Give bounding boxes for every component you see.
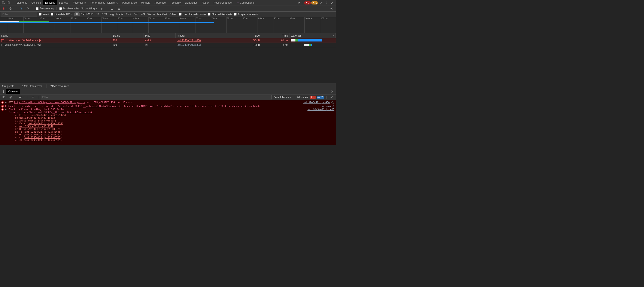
stack-frame[interactable]: at umi.9243e421.js:433:7142 xyxy=(0,125,336,128)
disable-cache-checkbox[interactable]: Disable cache xyxy=(59,7,79,10)
preserve-log-input[interactable] xyxy=(36,7,38,10)
type-filter-js[interactable]: JS xyxy=(95,12,100,16)
stack-link[interactable]: umi.9243e421.js:431:1025 xyxy=(30,114,65,117)
log-levels-select[interactable]: Default levels ▼ xyxy=(274,96,292,99)
tab-components[interactable]: ⚛ Components xyxy=(235,0,256,5)
col-status[interactable]: Status xyxy=(111,33,144,38)
disclosure-icon[interactable]: ▶ xyxy=(5,108,7,111)
tab-recorder[interactable]: Recorder ⚗ xyxy=(70,0,88,5)
stack-link[interactable]: umi.9243e421.js:425:40797 xyxy=(25,133,60,136)
console-filter-input[interactable] xyxy=(41,95,272,99)
type-filter-other[interactable]: Other xyxy=(168,12,177,16)
type-filter-doc[interactable]: Doc xyxy=(132,12,140,16)
hide-data-urls-input[interactable] xyxy=(51,13,53,16)
tab-performance[interactable]: Performance xyxy=(120,0,139,5)
disclosure-icon[interactable]: ▶ xyxy=(5,101,7,104)
network-filter-input[interactable] xyxy=(1,12,37,16)
stack-frame[interactable]: at umi.9243e421.js:430:19803 xyxy=(0,117,336,119)
clear-icon[interactable] xyxy=(8,6,13,11)
console-link[interactable]: http://localhost:8000/p__Welcome.146bfa6… xyxy=(14,101,85,104)
filter-toggle-icon[interactable] xyxy=(19,6,24,11)
warning-badge[interactable]: ⚑ 1 xyxy=(311,1,318,4)
context-select[interactable]: top ▼ xyxy=(19,96,25,99)
type-filter-media[interactable]: Media xyxy=(115,12,124,16)
col-initiator[interactable]: Initiator xyxy=(176,33,229,38)
stack-frame[interactable]: at cd (umi.9243e421.js:425:40725) xyxy=(0,136,336,139)
initiator-link[interactable]: umi.9243e421.js:383 xyxy=(177,43,200,46)
drawer-kebab-icon[interactable] xyxy=(1,89,6,94)
tab-performance-insights[interactable]: Performance insights ⚗ xyxy=(88,0,120,5)
col-waterfall[interactable]: Waterfall ▲ xyxy=(290,33,336,38)
drawer-tab-console[interactable]: Console xyxy=(6,89,20,94)
throttling-select[interactable]: No throttling ▼ xyxy=(81,7,98,10)
invert-checkbox[interactable]: Invert xyxy=(39,13,49,16)
console-message-error[interactable]: ✖ ▶ ChunkLoadError: Loading chunk 185 fa… xyxy=(0,108,336,114)
more-tabs-icon[interactable] xyxy=(296,0,302,5)
console-message-error[interactable]: ✖ ▶ GET http://localhost:8000/p__Welcome… xyxy=(0,101,336,105)
stack-link[interactable]: umi.9243e421.js:430:19768 xyxy=(28,122,63,125)
tab-network[interactable]: Network xyxy=(43,0,57,5)
stack-link[interactable]: umi.9243e421.js:425:88072 xyxy=(24,128,59,130)
drawer-close-icon[interactable] xyxy=(330,89,335,94)
tab-sources[interactable]: Sources xyxy=(57,0,70,5)
console-settings-icon[interactable] xyxy=(329,95,334,100)
type-filter-img[interactable]: Img xyxy=(108,12,115,16)
kebab-icon[interactable] xyxy=(324,0,329,5)
initiator-link[interactable]: umi.9243e421.js:430 xyxy=(177,39,200,42)
inspect-icon[interactable] xyxy=(1,0,6,5)
tab-memory[interactable]: Memory xyxy=(139,0,152,5)
device-toggle-icon[interactable] xyxy=(6,0,12,5)
source-link[interactable]: welcome:1 xyxy=(322,105,334,108)
tab-elements[interactable]: Elements xyxy=(14,0,29,5)
blocked-requests-checkbox[interactable]: Blocked Requests xyxy=(208,13,232,16)
type-filter-manifest[interactable]: Manifest xyxy=(156,12,168,16)
console-link[interactable]: http://localhost:8000/p__Welcome.146bfa6… xyxy=(20,111,91,114)
disable-cache-input[interactable] xyxy=(59,7,62,10)
invert-input[interactable] xyxy=(39,13,42,16)
search-icon[interactable] xyxy=(26,6,30,11)
table-row[interactable]: version.json?t=1693720813753200xhrumi.92… xyxy=(0,43,336,47)
third-party-checkbox[interactable]: 3rd-party requests xyxy=(234,13,258,16)
console-sidebar-icon[interactable] xyxy=(1,95,6,100)
stack-frame[interactable]: at N (umi.9243e421.js:425:88072) xyxy=(0,128,336,130)
stack-frame[interactable]: at Fe.f.j (umi.9243e421.js:431:1025) xyxy=(0,114,336,117)
network-settings-icon[interactable] xyxy=(329,6,334,11)
tab-application[interactable]: Application xyxy=(152,0,169,5)
stack-link[interactable]: umi.9243e421.js:425:40579 xyxy=(25,139,60,142)
settings-icon[interactable] xyxy=(318,0,324,5)
type-filter-fetch-xhr[interactable]: Fetch/XHR xyxy=(80,12,95,16)
col-name[interactable]: Name xyxy=(0,33,111,38)
tab-security[interactable]: Security xyxy=(169,0,183,5)
stack-frame[interactable]: at Fe.e (umi.9243e421.js:430:19768) xyxy=(0,122,336,125)
close-icon[interactable] xyxy=(330,0,335,5)
type-filter-wasm[interactable]: Wasm xyxy=(146,12,156,16)
col-time[interactable]: Time xyxy=(261,33,290,38)
type-filter-css[interactable]: CSS xyxy=(100,12,108,16)
type-filter-all[interactable]: All xyxy=(74,12,80,16)
ai-icon[interactable] xyxy=(331,101,334,104)
blocked-cookies-input[interactable] xyxy=(179,13,182,16)
network-conditions-icon[interactable] xyxy=(99,6,104,11)
hide-data-urls-checkbox[interactable]: Hide data URLs xyxy=(51,13,72,16)
source-link[interactable]: umi.9243e421.js:425 xyxy=(308,108,334,111)
stack-frame[interactable]: at Array.reduce (<anonymous>) xyxy=(0,119,336,122)
tab-console[interactable]: Console xyxy=(29,0,43,5)
record-icon[interactable] xyxy=(1,6,6,11)
console-message-error[interactable]: ✖ Refused to execute script from 'http:/… xyxy=(0,105,336,108)
tab-redux[interactable]: Redux xyxy=(200,0,212,5)
upload-icon[interactable] xyxy=(110,6,115,11)
col-size[interactable]: Size xyxy=(229,33,261,38)
error-badge[interactable]: ✖ 3 xyxy=(304,1,311,4)
console-clear-icon[interactable] xyxy=(8,95,13,100)
download-icon[interactable] xyxy=(116,6,122,11)
source-link[interactable]: umi.9243e421.js:430 xyxy=(303,101,330,104)
table-row[interactable]: p__Welcome.146bfa62.async.js404scriptumi… xyxy=(0,38,336,43)
live-expression-icon[interactable] xyxy=(30,95,36,100)
col-type[interactable]: Type xyxy=(144,33,176,38)
timeline-overview[interactable]: 5 ms10 ms15 ms20 ms25 ms30 ms35 ms40 ms4… xyxy=(0,17,336,33)
stack-frame[interactable]: at Dc (umi.9243e421.js:425:40797) xyxy=(0,133,336,136)
stack-frame[interactable]: at jc (umi.9243e421.js:425:45648) xyxy=(0,130,336,133)
tab-resourcessaver[interactable]: ResourcesSaver xyxy=(211,0,235,5)
stack-link[interactable]: umi.9243e421.js:425:40725 xyxy=(25,136,60,139)
type-filter-ws[interactable]: WS xyxy=(140,12,146,16)
